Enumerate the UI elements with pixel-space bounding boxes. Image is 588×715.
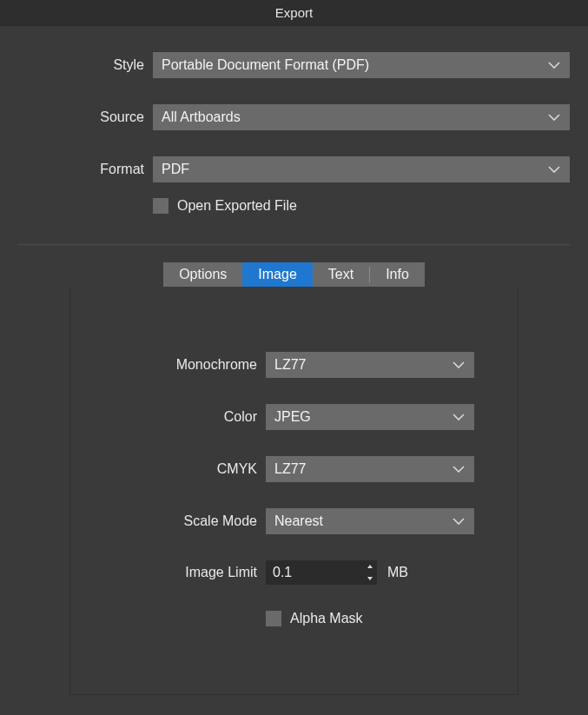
- tab-image[interactable]: Image: [242, 262, 312, 287]
- imagelimit-input[interactable]: 0.1: [266, 560, 363, 585]
- style-dropdown[interactable]: Portable Document Format (PDF): [153, 52, 570, 78]
- imagelimit-stepper: [363, 560, 377, 585]
- cmyk-value: LZ77: [274, 461, 452, 477]
- chevron-down-icon: [452, 514, 466, 528]
- chevron-down-icon: [547, 162, 561, 176]
- tab-text[interactable]: Text: [313, 262, 369, 287]
- stepper-up-button[interactable]: [363, 560, 377, 573]
- style-label: Style: [17, 57, 153, 73]
- imagelimit-label: Image Limit: [96, 565, 266, 580]
- imagelimit-unit: MB: [387, 565, 408, 580]
- format-label: Format: [17, 162, 153, 177]
- tab-info[interactable]: Info: [370, 262, 425, 287]
- monochrome-value: LZ77: [274, 357, 452, 373]
- divider: [17, 244, 571, 245]
- source-label: Source: [17, 109, 153, 125]
- format-value: PDF: [162, 162, 547, 177]
- monochrome-dropdown[interactable]: LZ77: [266, 352, 474, 378]
- chevron-down-icon: [547, 58, 561, 72]
- cmyk-dropdown[interactable]: LZ77: [266, 456, 474, 482]
- stepper-down-button[interactable]: [363, 573, 377, 585]
- scalemode-dropdown[interactable]: Nearest: [266, 508, 474, 534]
- chevron-down-icon: [452, 358, 466, 372]
- monochrome-label: Monochrome: [96, 357, 266, 373]
- open-exported-label: Open Exported File: [177, 198, 297, 214]
- alpha-mask-checkbox[interactable]: [266, 611, 281, 626]
- color-value: JPEG: [274, 409, 452, 425]
- svg-marker-0: [367, 565, 373, 568]
- chevron-down-icon: [452, 410, 466, 424]
- color-dropdown[interactable]: JPEG: [266, 404, 474, 430]
- source-dropdown[interactable]: All Artboards: [153, 104, 570, 130]
- image-options-panel: Monochrome LZ77 Color JPEG CMYK LZ77: [69, 287, 519, 695]
- format-dropdown[interactable]: PDF: [153, 156, 570, 182]
- style-value: Portable Document Format (PDF): [162, 57, 547, 73]
- open-exported-checkbox[interactable]: [153, 198, 168, 214]
- chevron-down-icon: [547, 110, 561, 124]
- cmyk-label: CMYK: [96, 461, 266, 477]
- color-label: Color: [96, 409, 266, 425]
- tab-options[interactable]: Options: [163, 262, 242, 287]
- alpha-mask-label: Alpha Mask: [290, 611, 363, 626]
- tab-bar: Options Image Text Info: [163, 262, 425, 287]
- svg-marker-1: [367, 577, 373, 580]
- source-value: All Artboards: [162, 109, 547, 125]
- scalemode-value: Nearest: [274, 513, 452, 529]
- chevron-down-icon: [452, 462, 466, 476]
- dialog-title: Export: [0, 0, 588, 26]
- imagelimit-value: 0.1: [273, 565, 292, 580]
- scalemode-label: Scale Mode: [96, 513, 266, 529]
